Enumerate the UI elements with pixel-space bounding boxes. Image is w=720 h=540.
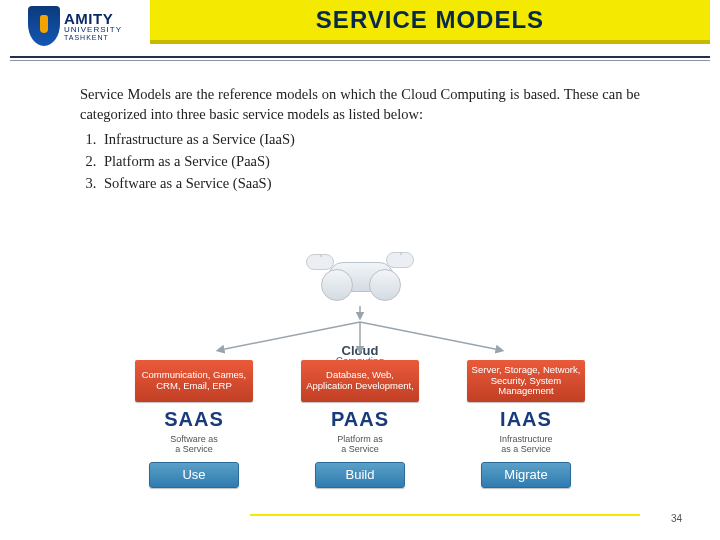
footer-line xyxy=(250,514,640,516)
logo-city: TASHKENT xyxy=(64,34,122,41)
divider xyxy=(10,56,710,61)
logo-name: AMITY xyxy=(64,11,122,26)
examples-box: Database, Web, Application Development, xyxy=(301,360,419,402)
svg-line-1 xyxy=(220,322,360,350)
action-badge: Use xyxy=(149,462,239,488)
logo-sub: UNIVERSITY xyxy=(64,26,122,34)
logo-text: AMITY UNIVERSITY TASHKENT xyxy=(64,11,122,41)
abbr-label: IAAS xyxy=(500,408,552,431)
full-label: Infrastructure as a Service xyxy=(499,435,552,455)
full-label: Platform as a Service xyxy=(337,435,383,455)
full-label: Software as a Service xyxy=(170,435,218,455)
page-title: SERVICE MODELS xyxy=(316,6,544,34)
header: SERVICE MODELS AMITY UNIVERSITY TASHKENT xyxy=(0,0,720,56)
slide: SERVICE MODELS AMITY UNIVERSITY TASHKENT… xyxy=(0,0,720,540)
title-bar: SERVICE MODELS xyxy=(150,0,710,44)
content: Service Models are the reference models … xyxy=(80,84,640,195)
diagram: Cloud Computing Communication, Games, CR… xyxy=(0,252,720,502)
column-iaas: Server, Storage, Network, Security, Syst… xyxy=(462,360,590,488)
list-item: Platform as a Service (PaaS) xyxy=(100,151,640,171)
page-number: 34 xyxy=(671,513,682,524)
examples-box: Communication, Games, CRM, Email, ERP xyxy=(135,360,253,402)
intro-text: Service Models are the reference models … xyxy=(80,84,640,125)
shield-icon xyxy=(28,6,60,46)
list-item: Software as a Service (SaaS) xyxy=(100,173,640,193)
cloud-icon xyxy=(300,252,420,298)
model-list: Infrastructure as a Service (IaaS) Platf… xyxy=(100,129,640,194)
columns: Communication, Games, CRM, Email, ERP SA… xyxy=(130,360,590,488)
action-badge: Build xyxy=(315,462,405,488)
action-badge: Migrate xyxy=(481,462,571,488)
svg-line-3 xyxy=(360,322,500,350)
branch-lines xyxy=(180,306,540,352)
list-item: Infrastructure as a Service (IaaS) xyxy=(100,129,640,149)
logo: AMITY UNIVERSITY TASHKENT xyxy=(28,2,158,50)
examples-box: Server, Storage, Network, Security, Syst… xyxy=(467,360,585,402)
abbr-label: PAAS xyxy=(331,408,389,431)
column-saas: Communication, Games, CRM, Email, ERP SA… xyxy=(130,360,258,488)
abbr-label: SAAS xyxy=(164,408,224,431)
column-paas: Database, Web, Application Development, … xyxy=(296,360,424,488)
